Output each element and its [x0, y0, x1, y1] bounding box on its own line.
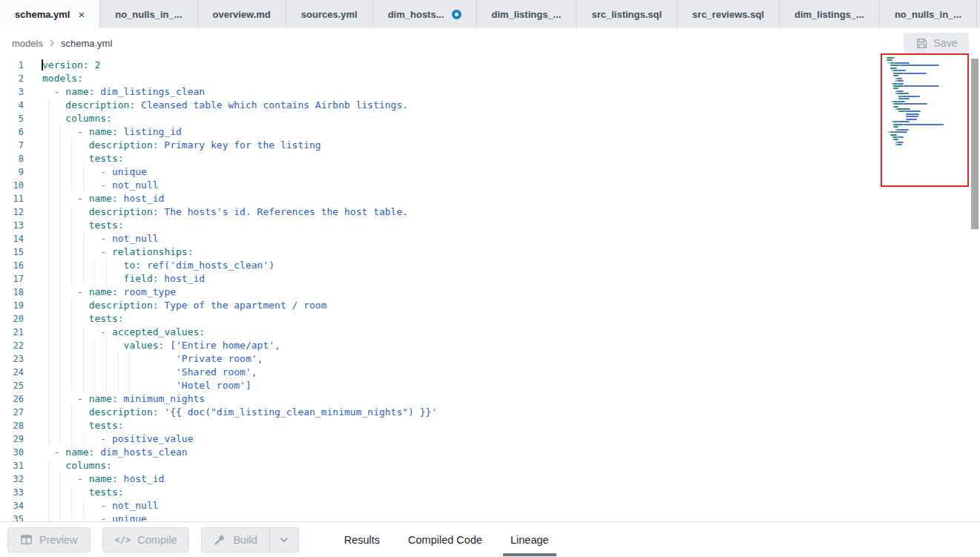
line-number[interactable]: 20 — [0, 312, 24, 326]
line-number[interactable]: 24 — [0, 366, 24, 379]
line-number[interactable]: 9 — [0, 165, 24, 179]
editor-tab[interactable]: src_reviews.sql — [677, 0, 780, 28]
code-line[interactable]: 28 tests: — [0, 419, 980, 432]
code-line[interactable]: 18 - name: room_type — [0, 286, 980, 299]
line-number[interactable]: 14 — [0, 232, 24, 245]
save-button[interactable]: Save — [904, 33, 969, 53]
code-text: - accepted_values: — [42, 326, 205, 339]
line-number[interactable]: 16 — [0, 259, 24, 272]
line-number[interactable]: 32 — [0, 472, 24, 486]
breadcrumb-item-models[interactable]: models — [12, 38, 43, 49]
code-line[interactable]: 30 - name: dim_hosts_clean — [0, 446, 980, 459]
line-number[interactable]: 5 — [0, 112, 24, 125]
code-line[interactable]: 34 - not_null — [0, 499, 980, 512]
code-line[interactable]: 4 description: Cleansed table which cont… — [0, 99, 980, 112]
code-line[interactable]: 11 - name: host_id — [0, 192, 980, 205]
line-number[interactable]: 12 — [0, 205, 24, 219]
code-line[interactable]: 16 to: ref('dim_hosts_clean') — [0, 259, 980, 272]
code-line[interactable]: 9 - unique — [0, 165, 980, 179]
code-line[interactable]: 29 - positive_value — [0, 432, 980, 446]
editor-tab[interactable]: src_listings.sql — [576, 0, 677, 28]
build-dropdown-button[interactable] — [269, 527, 299, 553]
line-number[interactable]: 15 — [0, 245, 24, 259]
editor-tab[interactable]: sources.yml — [286, 0, 373, 28]
line-number[interactable]: 29 — [0, 432, 24, 446]
close-icon[interactable]: × — [78, 9, 85, 20]
code-line[interactable]: 13 tests: — [0, 219, 980, 232]
code-line[interactable]: 6 - name: listing_id — [0, 125, 980, 139]
code-line[interactable]: 8 tests: — [0, 152, 980, 165]
line-number[interactable]: 22 — [0, 339, 24, 352]
editor-tab[interactable]: dim_listings_... — [780, 0, 880, 28]
editor-tab[interactable]: dim_hosts... — [373, 0, 477, 28]
line-number[interactable]: 19 — [0, 299, 24, 312]
line-number[interactable]: 13 — [0, 219, 24, 232]
line-number[interactable]: 11 — [0, 192, 24, 205]
code-line[interactable]: 17 field: host_id — [0, 272, 980, 286]
code-line[interactable]: 25 'Hotel room'] — [0, 379, 980, 392]
code-line[interactable]: 3 - name: dim_listings_clean — [0, 85, 980, 99]
code-line[interactable]: 15 - relationships: — [0, 245, 980, 259]
code-line[interactable]: 7 description: Primary key for the listi… — [0, 139, 980, 152]
line-number[interactable]: 35 — [0, 512, 24, 521]
code-line[interactable]: 27 description: '{{ doc("dim_listing_cle… — [0, 406, 980, 419]
line-number[interactable]: 23 — [0, 352, 24, 366]
editor-tab[interactable]: no_nulls_in_... — [880, 0, 977, 28]
line-number[interactable]: 2 — [0, 72, 24, 85]
line-number[interactable]: 1 — [0, 59, 24, 72]
line-number[interactable]: 8 — [0, 152, 24, 165]
editor-tab[interactable]: dim_listings_... — [477, 0, 577, 28]
line-number[interactable]: 33 — [0, 486, 24, 499]
line-number[interactable]: 6 — [0, 125, 24, 139]
code-text: - unique — [42, 165, 147, 179]
bottom-tab-lineage[interactable]: Lineage — [496, 522, 563, 557]
line-number[interactable]: 28 — [0, 419, 24, 432]
line-number[interactable]: 21 — [0, 326, 24, 339]
code-line[interactable]: 10 - not_null — [0, 179, 980, 192]
editor-tab[interactable]: overview.md — [198, 0, 286, 28]
code-line[interactable]: 19 description: Type of the apartment / … — [0, 299, 980, 312]
code-line[interactable]: 5 columns: — [0, 112, 980, 125]
bottom-tab-results[interactable]: Results — [330, 522, 394, 557]
code-line[interactable]: 31 columns: — [0, 459, 980, 472]
code-text: values: ['Entire home/apt', — [42, 339, 280, 352]
code-line[interactable]: 22 values: ['Entire home/apt', — [0, 339, 980, 352]
line-number[interactable]: 31 — [0, 459, 24, 472]
code-line[interactable]: 1version: 2 — [0, 59, 980, 72]
code-editor[interactable]: 1version: 22models:3 - name: dim_listing… — [0, 58, 980, 521]
editor-tab[interactable]: no_nulls_in_... — [100, 0, 197, 28]
preview-button[interactable]: Preview — [7, 527, 91, 553]
code-line[interactable]: 32 - name: host_id — [0, 472, 980, 486]
minimap-line — [893, 75, 898, 76]
code-line[interactable]: 21 - accepted_values: — [0, 326, 980, 339]
new-tab-button[interactable]: + — [977, 0, 980, 28]
vertical-scrollbar[interactable] — [971, 59, 979, 229]
code-text: description: The hosts's id. References … — [42, 205, 408, 219]
line-number[interactable]: 34 — [0, 499, 24, 512]
line-number[interactable]: 4 — [0, 99, 24, 112]
line-number[interactable]: 27 — [0, 406, 24, 419]
code-line[interactable]: 24 'Shared room', — [0, 366, 980, 379]
line-number[interactable]: 3 — [0, 85, 24, 99]
line-number[interactable]: 18 — [0, 286, 24, 299]
code-line[interactable]: 33 tests: — [0, 486, 980, 499]
code-text: field: host_id — [42, 272, 205, 286]
code-line[interactable]: 23 'Private room', — [0, 352, 980, 366]
code-line[interactable]: 2models: — [0, 72, 980, 85]
build-button[interactable]: Build — [201, 527, 269, 553]
code-line[interactable]: 26 - name: minimum_nights — [0, 392, 980, 406]
editor-tab[interactable]: schema.yml× — [0, 0, 100, 28]
line-number[interactable]: 25 — [0, 379, 24, 392]
compile-button[interactable]: </> Compile — [102, 527, 190, 553]
line-number[interactable]: 10 — [0, 179, 24, 192]
code-line[interactable]: 14 - not_null — [0, 232, 980, 245]
line-number[interactable]: 17 — [0, 272, 24, 286]
line-number[interactable]: 7 — [0, 139, 24, 152]
bottom-tab-compiled-code[interactable]: Compiled Code — [394, 522, 496, 557]
code-line[interactable]: 12 description: The hosts's id. Referenc… — [0, 205, 980, 219]
minimap[interactable] — [881, 53, 969, 187]
line-number[interactable]: 26 — [0, 392, 24, 406]
code-line[interactable]: 20 tests: — [0, 312, 980, 326]
line-number[interactable]: 30 — [0, 446, 24, 459]
code-line[interactable]: 35 - unique — [0, 512, 980, 521]
